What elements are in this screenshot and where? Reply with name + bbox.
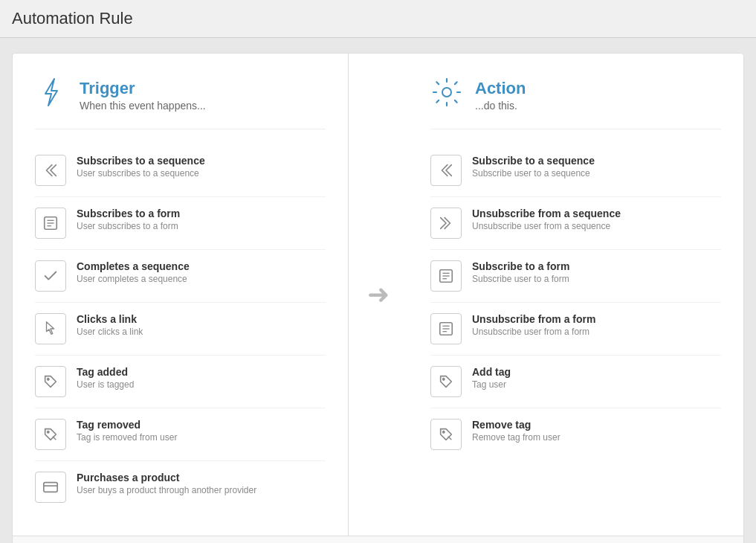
item-text-tag-removed: Tag removed Tag is removed from user — [77, 419, 177, 443]
action-header-text: Action ...do this. — [475, 79, 526, 112]
list-item-add-tag[interactable]: Add tag Tag user — [430, 356, 721, 408]
item-subtitle-purchases-product: User buys a product through another prov… — [77, 485, 256, 495]
trigger-items-list: Subscribes to a sequence User subscribes… — [35, 144, 326, 513]
item-icon-subscribe-sequence — [430, 155, 462, 186]
action-gear-icon — [430, 76, 463, 114]
action-panel-header: Action ...do this. — [430, 76, 721, 129]
list-item-remove-tag[interactable]: Remove tag Remove tag from user — [430, 408, 721, 460]
item-text-clicks-link: Clicks a link User clicks a link — [77, 313, 143, 337]
item-icon-completes-sequence — [35, 260, 66, 292]
svg-point-4 — [48, 379, 49, 380]
item-title-subscribe-sequence: Subscribe to a sequence — [472, 155, 595, 167]
item-subtitle-completes-sequence: User completes a sequence — [77, 274, 190, 284]
item-icon-subscribe-form — [430, 260, 462, 292]
item-subtitle-tag-removed: Tag is removed from user — [77, 432, 177, 443]
item-icon-unsubscribe-form — [430, 313, 462, 344]
item-title-purchases-product: Purchases a product — [77, 472, 256, 483]
list-item-tag-added[interactable]: Tag added User is tagged — [35, 356, 326, 408]
trigger-bolt-icon — [35, 76, 68, 114]
item-subtitle-tag-added: User is tagged — [77, 379, 134, 390]
item-icon-tag-added — [35, 366, 66, 397]
item-text-purchases-product: Purchases a product User buys a product … — [77, 472, 256, 495]
item-text-tag-added: Tag added User is tagged — [77, 366, 134, 390]
item-text-subscribes-form: Subscribes to a form User subscribes to … — [77, 208, 180, 231]
item-icon-subscribes-sequence — [35, 155, 66, 186]
item-title-completes-sequence: Completes a sequence — [77, 260, 190, 272]
list-item-subscribe-form[interactable]: Subscribe to a form Subscribe user to a … — [430, 250, 721, 303]
page-title: Automation Rule — [12, 9, 744, 28]
list-item-clicks-link[interactable]: Clicks a link User clicks a link — [35, 303, 326, 356]
item-icon-unsubscribe-sequence — [430, 208, 462, 239]
rule-body: Trigger When this event happens... Subsc… — [13, 54, 743, 536]
trigger-panel: Trigger When this event happens... Subsc… — [13, 54, 349, 536]
item-subtitle-add-tag: Tag user — [472, 379, 511, 390]
item-text-add-tag: Add tag Tag user — [472, 366, 511, 390]
item-title-tag-removed: Tag removed — [77, 419, 177, 431]
item-icon-purchases-product — [35, 472, 66, 503]
item-title-subscribes-sequence: Subscribes to a sequence — [77, 155, 205, 167]
rule-card: Trigger When this event happens... Subsc… — [12, 53, 744, 543]
item-title-unsubscribe-sequence: Unsubscribe from a sequence — [472, 208, 621, 219]
item-text-remove-tag: Remove tag Remove tag from user — [472, 419, 560, 443]
item-text-subscribe-sequence: Subscribe to a sequence Subscribe user t… — [472, 155, 595, 179]
list-item-subscribe-sequence[interactable]: Subscribe to a sequence Subscribe user t… — [430, 144, 721, 197]
list-item-tag-removed[interactable]: Tag removed Tag is removed from user — [35, 408, 326, 461]
item-subtitle-subscribe-form: Subscribe user to a form — [472, 274, 569, 284]
page-wrapper: Automation Rule Trigger When this even — [0, 0, 756, 543]
item-text-unsubscribe-form: Unsubscribe from a form Unsubscribe user… — [472, 313, 595, 337]
svg-rect-7 — [44, 483, 57, 492]
trigger-panel-header: Trigger When this event happens... — [35, 76, 326, 129]
svg-point-5 — [48, 431, 49, 433]
item-title-remove-tag: Remove tag — [472, 419, 560, 431]
list-item-unsubscribe-sequence[interactable]: Unsubscribe from a sequence Unsubscribe … — [430, 197, 721, 250]
list-item-subscribes-sequence[interactable]: Subscribes to a sequence User subscribes… — [35, 144, 326, 197]
item-text-completes-sequence: Completes a sequence User completes a se… — [77, 260, 190, 284]
trigger-header-text: Trigger When this event happens... — [80, 79, 206, 112]
list-item-completes-sequence[interactable]: Completes a sequence User completes a se… — [35, 250, 326, 303]
item-title-subscribe-form: Subscribe to a form — [472, 260, 569, 272]
item-subtitle-clicks-link: User clicks a link — [77, 327, 143, 337]
svg-point-9 — [442, 88, 451, 97]
action-title: Action — [475, 79, 526, 98]
list-item-subscribes-form[interactable]: Subscribes to a form User subscribes to … — [35, 197, 326, 250]
item-title-add-tag: Add tag — [472, 366, 511, 378]
list-item-purchases-product[interactable]: Purchases a product User buys a product … — [35, 461, 326, 513]
item-title-tag-added: Tag added — [77, 366, 134, 378]
item-title-subscribes-form: Subscribes to a form — [77, 208, 180, 219]
trigger-title: Trigger — [80, 79, 206, 98]
item-icon-remove-tag — [430, 419, 462, 450]
item-subtitle-subscribe-sequence: Subscribe user to a sequence — [472, 168, 595, 179]
rule-footer: Cancel Save Rule — [13, 536, 743, 543]
item-subtitle-subscribes-sequence: User subscribes to a sequence — [77, 168, 205, 179]
arrow-right-icon: ➜ — [367, 279, 390, 310]
action-panel: Action ...do this. Subscribe to a sequen… — [408, 54, 743, 536]
panel-divider: ➜ — [349, 54, 408, 536]
item-text-unsubscribe-sequence: Unsubscribe from a sequence Unsubscribe … — [472, 208, 621, 231]
item-subtitle-unsubscribe-sequence: Unsubscribe user from a sequence — [472, 221, 621, 231]
item-icon-subscribes-form — [35, 208, 66, 239]
item-text-subscribes-sequence: Subscribes to a sequence User subscribes… — [77, 155, 205, 179]
main-content: Trigger When this event happens... Subsc… — [0, 38, 756, 543]
trigger-subtitle: When this event happens... — [80, 100, 206, 112]
action-subtitle: ...do this. — [475, 100, 526, 112]
page-title-bar: Automation Rule — [0, 0, 756, 38]
svg-point-19 — [443, 431, 445, 433]
item-subtitle-unsubscribe-form: Unsubscribe user from a form — [472, 327, 595, 337]
list-item-unsubscribe-form[interactable]: Unsubscribe from a form Unsubscribe user… — [430, 303, 721, 356]
item-icon-clicks-link — [35, 313, 66, 344]
item-icon-add-tag — [430, 366, 462, 397]
item-title-unsubscribe-form: Unsubscribe from a form — [472, 313, 595, 325]
item-icon-tag-removed — [35, 419, 66, 450]
item-text-subscribe-form: Subscribe to a form Subscribe user to a … — [472, 260, 569, 284]
action-items-list: Subscribe to a sequence Subscribe user t… — [430, 144, 721, 460]
svg-point-18 — [443, 379, 445, 380]
item-subtitle-remove-tag: Remove tag from user — [472, 432, 560, 443]
item-subtitle-subscribes-form: User subscribes to a form — [77, 221, 180, 231]
item-title-clicks-link: Clicks a link — [77, 313, 143, 325]
